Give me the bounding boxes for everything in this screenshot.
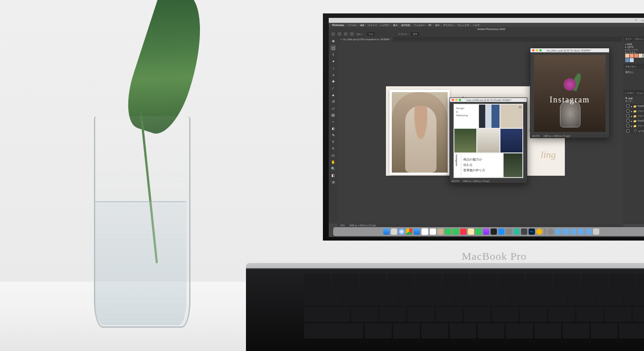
- image-cell[interactable]: [479, 104, 500, 129]
- macos-menubar[interactable]: ᯤ ▭ ⌘: [329, 18, 644, 23]
- zoom-level[interactable]: 66.67%: [452, 180, 459, 182]
- marquee-tool-icon[interactable]: ◻: [330, 45, 336, 51]
- swatches-panel[interactable]: ▸ RGB ▸ CMYK ▸ グレースケ ▾ パステル: [623, 41, 644, 64]
- pen-tool-icon[interactable]: ✎: [330, 132, 336, 138]
- layer-row[interactable]: ▸ 📁グルー...: [625, 123, 644, 128]
- app-icon[interactable]: [536, 228, 542, 235]
- banner-text[interactable]: Instagram: [534, 95, 606, 105]
- macos-dock[interactable]: Ps: [333, 227, 644, 236]
- lock-row[interactable]: ロック :: [625, 100, 644, 102]
- layers-panel[interactable]: 🔍 検索 ロック : ▸ 📁Post04 ▸ 📁グルー... ▸ 📁グルー...…: [623, 95, 644, 224]
- zoom-icon[interactable]: [539, 49, 542, 51]
- layer-row[interactable]: ▸ 📁Post04: [625, 104, 644, 108]
- visibility-icon[interactable]: [626, 104, 630, 108]
- menu-window[interactable]: ウィンドウ: [458, 24, 469, 26]
- copy-cell[interactable]: 商品の魅力が 伝わる 世界観の作り方: [461, 153, 503, 178]
- history-brush-tool-icon[interactable]: ↺: [330, 99, 336, 104]
- canvas-area[interactable]: イン か分からない ling 📄 insta_w1080.psd @ 66.7%…: [338, 42, 623, 224]
- menu-plugins[interactable]: プラグイン: [443, 24, 454, 26]
- numbers-icon[interactable]: [475, 228, 482, 235]
- menu-edit[interactable]: 編集: [360, 24, 364, 26]
- color-panel-tab[interactable]: カラー: [625, 38, 632, 40]
- podcasts-icon[interactable]: [483, 228, 489, 235]
- path-tool-icon[interactable]: ↖: [330, 146, 336, 151]
- photo-card[interactable]: [390, 90, 450, 175]
- image-cell[interactable]: Ai: [500, 104, 523, 129]
- gradient-tool-icon[interactable]: ▤: [330, 112, 336, 118]
- brush-tool-icon[interactable]: ⁄: [330, 85, 336, 91]
- swatch[interactable]: [630, 58, 634, 62]
- marquee-tool-icon[interactable]: [350, 32, 354, 36]
- reminders-icon[interactable]: [430, 228, 436, 235]
- menu-photoshop[interactable]: Photoshop: [332, 24, 344, 26]
- layer-row[interactable]: ▸ 📁Post03: [625, 118, 644, 123]
- visibility-icon[interactable]: [626, 109, 630, 113]
- status-bar[interactable]: 50% 3498 px x 1800 px (72 ppi): [338, 224, 623, 227]
- app-icon[interactable]: [521, 228, 527, 235]
- script-text[interactable]: ling: [541, 149, 556, 161]
- settings-icon[interactable]: [506, 228, 512, 235]
- swatches-panel-tab[interactable]: スウォッチ: [635, 38, 644, 40]
- hand-tool-icon[interactable]: ✋: [330, 159, 336, 165]
- crop-tool-icon[interactable]: ⟂: [330, 65, 336, 71]
- floating-document-insta-post[interactable]: 📄 insta_w1080.psd @ 66.7% (Post04, RGB/8…: [449, 97, 527, 183]
- document-tab[interactable]: × bnr_litlink.psd @ 50% (inspiration bo,…: [338, 37, 394, 42]
- insta-banner-artboard[interactable]: Instagram: [534, 55, 606, 132]
- swatch[interactable]: [625, 58, 629, 62]
- music-icon[interactable]: [460, 228, 466, 235]
- type-tool-icon[interactable]: T: [330, 139, 336, 144]
- facetime-icon[interactable]: [453, 228, 459, 235]
- eraser-tool-icon[interactable]: ▱: [330, 106, 336, 111]
- image-cell[interactable]: [503, 153, 523, 178]
- app-icon[interactable]: [513, 228, 520, 235]
- zoom-level[interactable]: 66.67%: [532, 135, 540, 137]
- menu-select[interactable]: 選択範囲: [401, 24, 410, 26]
- swatch[interactable]: [630, 54, 634, 58]
- close-icon[interactable]: [452, 99, 454, 101]
- notes-icon[interactable]: [468, 228, 474, 235]
- home-icon[interactable]: [331, 32, 335, 36]
- document-tab-bar[interactable]: × bnr_litlink.psd @ 50% (inspiration bo,…: [338, 37, 623, 42]
- mail-icon[interactable]: [414, 228, 420, 235]
- image-cell[interactable]: [477, 128, 500, 153]
- wifi-icon[interactable]: ᯤ: [635, 19, 639, 22]
- zoom-icon[interactable]: [459, 99, 461, 101]
- swatch[interactable]: [639, 54, 643, 58]
- floating-document-insta-banner[interactable]: 📄 bnr_litlink_a.psd @ 66.7% (about, RGB/…: [530, 48, 610, 138]
- layer-row[interactable]: ▸ 📁グルー...: [625, 109, 644, 113]
- menu-3d[interactable]: 3D: [428, 24, 431, 26]
- visibility-icon[interactable]: [626, 129, 630, 133]
- image-cell[interactable]: [454, 128, 477, 153]
- heal-tool-icon[interactable]: ✚: [330, 79, 336, 84]
- visibility-icon[interactable]: [626, 114, 630, 118]
- folder-icon[interactable]: [570, 228, 576, 235]
- properties-panel-tab[interactable]: プロパティ: [625, 65, 636, 68]
- menu-image[interactable]: イメージ: [368, 24, 377, 26]
- tv-icon[interactable]: [491, 228, 497, 235]
- photoshop-icon[interactable]: Ps: [529, 228, 535, 235]
- swatch[interactable]: [625, 54, 629, 58]
- stamp-tool-icon[interactable]: ▲: [330, 92, 336, 97]
- new-icon[interactable]: [338, 32, 341, 36]
- feather-field[interactable]: 0 px: [367, 32, 375, 36]
- layer-row[interactable]: ◯なでる: [625, 128, 644, 133]
- chrome-icon[interactable]: [406, 228, 412, 235]
- quickmask-icon[interactable]: ◎: [330, 179, 336, 185]
- battery-icon[interactable]: ▭: [641, 19, 644, 22]
- layer-row[interactable]: ▸ 📁グルー...: [625, 114, 644, 118]
- folder-icon[interactable]: [578, 228, 584, 235]
- move-tool-icon[interactable]: ✥: [330, 38, 336, 44]
- minimize-icon[interactable]: [455, 99, 458, 101]
- minimize-icon[interactable]: [536, 49, 538, 51]
- eyedropper-tool-icon[interactable]: ⍋: [330, 72, 336, 77]
- menu-file[interactable]: ファイル: [347, 24, 356, 26]
- window-titlebar[interactable]: 📄 insta_w1080.psd @ 66.7% (Post04, RGB/8…: [450, 98, 527, 102]
- keyboard[interactable]: [304, 274, 644, 345]
- finder-icon[interactable]: [383, 228, 390, 235]
- dodge-tool-icon[interactable]: ◐: [330, 126, 336, 131]
- menu-help[interactable]: ヘルプ: [473, 24, 479, 26]
- vertical-label[interactable]: Instagram: [454, 153, 461, 178]
- window-titlebar[interactable]: 📄 bnr_litlink_a.psd @ 66.7% (about, RGB/…: [530, 48, 609, 52]
- contacts-icon[interactable]: [437, 228, 444, 235]
- shape-tool-icon[interactable]: ▭: [330, 152, 336, 158]
